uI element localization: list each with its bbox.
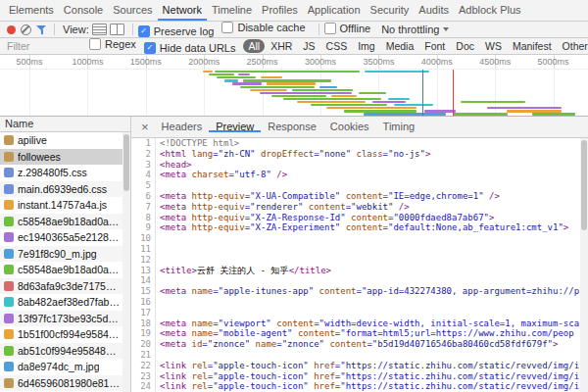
tab-security[interactable]: Security <box>366 0 415 21</box>
tick-label: 4500ms <box>479 57 511 67</box>
checkbox-hide-data-urls[interactable]: ✓Hide data URLs <box>144 42 236 54</box>
tab-audits[interactable]: Audits <box>414 0 454 21</box>
request-row-ab51c0f994e95848d00d[interactable]: ab51c0f994e95848d00dda09ab51c0f994 <box>0 343 130 360</box>
filter-pill-all[interactable]: All <box>243 39 265 53</box>
request-row-1b51f00cf994e95848d0[interactable]: 1b51f00cf994e95848d0dda01b51f00cf9 <box>0 326 130 343</box>
waterfall-bar <box>487 107 562 109</box>
filter-pill-doc[interactable]: Doc <box>451 39 479 53</box>
preview-code-view[interactable]: 1<!DOCTYPE html>2<html lang="zh-CN" drop… <box>131 138 588 392</box>
waterfall-bar <box>217 76 256 78</box>
code-scrollbar[interactable] <box>580 138 588 392</box>
code-text <box>160 297 588 308</box>
syntax-g: <meta <box>160 213 186 222</box>
syntax-g: <meta <box>160 170 186 179</box>
syntax-a: name <box>186 318 213 328</box>
request-row-da8e974dc-m-jpg[interactable]: da8e974dc_m.jpg <box>0 359 130 375</box>
tab-application[interactable]: Application <box>303 0 366 21</box>
filter-pill-js[interactable]: JS <box>298 39 319 53</box>
waterfall-bar <box>292 89 353 91</box>
record-icon[interactable] <box>7 25 16 34</box>
file-type-icon <box>4 362 14 371</box>
tab-adblock-plus[interactable]: Adblock Plus <box>454 0 526 21</box>
filter-pill-img[interactable]: Img <box>353 39 380 53</box>
overview-view-icon[interactable] <box>110 24 124 35</box>
filter-input[interactable] <box>5 39 85 53</box>
request-row-followees[interactable]: followees <box>0 149 130 166</box>
syntax-a: id <box>186 339 202 349</box>
filter-pill-ws[interactable]: WS <box>480 39 507 53</box>
code-line: 17 <box>131 308 588 318</box>
syntax-g: <meta <box>160 191 186 201</box>
request-row-z-298480f5-css[interactable]: z.298480f5.css <box>0 165 130 181</box>
request-name: 8ab482aef38ed7fab8bd43148ab482aef3 <box>18 296 121 308</box>
waterfall-bar <box>238 74 250 75</box>
request-name: followees <box>18 151 61 163</box>
tick-label: 5000ms <box>538 57 569 67</box>
tick-label: 4000ms <box>421 57 453 67</box>
request-name: z.298480f5.css <box>18 167 87 178</box>
tab-timeline[interactable]: Timeline <box>207 0 257 21</box>
checkbox-offline[interactable]: Offline <box>324 23 371 34</box>
request-row-7e91f8c90-m-jpg[interactable]: 7e91f8c90_m.jpg <box>0 246 130 263</box>
large-rows-view-icon[interactable] <box>92 24 107 35</box>
line-number: 5 <box>131 180 156 191</box>
main-tabbar: ElementsConsoleSourcesNetworkTimelinePro… <box>0 0 588 22</box>
tab-network[interactable]: Network <box>158 0 207 21</box>
checkbox-preserve-log[interactable]: ✓Preserve log <box>138 25 215 37</box>
clear-icon[interactable] <box>21 24 31 35</box>
detail-tab-cookies[interactable]: Cookies <box>323 121 376 132</box>
request-row-apilive[interactable]: apilive <box>0 132 130 149</box>
request-row-ec1940365a5e21281ee1[interactable]: ec1940365a5e21281ee19f26e1940365a5 <box>0 229 130 246</box>
close-icon[interactable]: × <box>135 117 155 137</box>
syntax-v: ="X-UA-Compatible" <box>245 191 341 201</box>
request-name: 6d46596081980e8135719f06d465960819 <box>18 377 121 389</box>
scrollbar-thumb[interactable] <box>123 134 129 191</box>
filter-pill-font[interactable]: Font <box>419 39 450 53</box>
scrollbar-thumb[interactable] <box>581 140 587 230</box>
waterfall-bar <box>424 110 456 112</box>
syntax-v: ="znonce" <box>276 339 324 349</box>
filter-funnel-icon[interactable] <box>36 24 47 34</box>
detail-tab-headers[interactable]: Headers <box>155 121 210 132</box>
syntax-a: href <box>309 371 335 381</box>
requests-panel: Name apilivefolloweesz.298480f5.cssmain.… <box>0 117 131 392</box>
tab-sources[interactable]: Sources <box>108 0 157 21</box>
filter-pill-manifest[interactable]: Manifest <box>508 39 557 53</box>
syntax-g: /> <box>271 170 287 179</box>
code-line: 2<html lang="zh-CN" dropEffect="none" cl… <box>131 149 588 160</box>
filter-pill-other[interactable]: Other <box>558 39 588 53</box>
request-row-c58548ae9b18ad0a5e79[interactable]: c58548ae9b18ad0a5e79f8e4c58548ae9b <box>0 262 130 278</box>
detail-tab-timing[interactable]: Timing <box>376 121 422 132</box>
checkbox-disable-cache[interactable]: Disable cache <box>221 22 305 33</box>
throttling-select[interactable]: No throttling <box>378 24 452 35</box>
file-type-icon <box>4 217 14 226</box>
syntax-g: <html <box>160 149 186 159</box>
request-row-instant-14757a4a-js[interactable]: instant.14757a4a.js <box>0 197 130 214</box>
request-row-13f97fc173be93c5d35f[interactable]: 13f97fc173be93c5d35fea6213f97fc173 <box>0 311 130 327</box>
code-text: <meta name="mobile-agent" content="forma… <box>160 328 588 339</box>
filter-pill-xhr[interactable]: XHR <box>266 39 297 53</box>
tab-profiles[interactable]: Profiles <box>257 0 303 21</box>
request-row-main-d6939ed6-css[interactable]: main.d6939ed6.css <box>0 181 130 198</box>
tab-elements[interactable]: Elements <box>4 0 59 21</box>
syntax-v: ="app-id=432274380, app-argument=zhihu:/… <box>357 286 580 296</box>
code-text: <link rel="apple-touch-icon" href="https… <box>160 381 588 392</box>
filter-pill-css[interactable]: CSS <box>321 39 353 53</box>
line-number: 8 <box>131 213 156 223</box>
tab-console[interactable]: Console <box>59 0 108 21</box>
request-row-8ab482aef38ed7fab8bd[interactable]: 8ab482aef38ed7fab8bd43148ab482aef3 <box>0 294 130 311</box>
detail-tab-preview[interactable]: Preview <box>209 121 261 132</box>
name-column-header[interactable]: Name <box>0 117 130 132</box>
syntax-g: <meta <box>160 286 186 296</box>
request-row-c58548ae9b18ad0a6e85[interactable]: c58548ae9b18ad0a6e85329064e8532906 <box>0 214 130 230</box>
request-row-6d46596081980e813571[interactable]: 6d46596081980e8135719f06d465960819 <box>0 375 130 392</box>
syntax-v: ="none" <box>314 149 351 159</box>
waterfall-bar <box>365 71 429 73</box>
waterfall-overview[interactable] <box>0 70 588 117</box>
checkbox-regex[interactable]: Regex <box>89 38 136 50</box>
filter-pill-media[interactable]: Media <box>381 39 419 53</box>
requests-scrollbar[interactable] <box>122 132 130 392</box>
detail-tab-response[interactable]: Response <box>261 121 323 132</box>
request-detail-pane: × HeadersPreviewResponseCookiesTiming 1<… <box>131 117 588 392</box>
request-row-8d63afa9c3de7175978f[interactable]: 8d63afa9c3de7175978fe6a58d63afa9c3 <box>0 278 130 295</box>
